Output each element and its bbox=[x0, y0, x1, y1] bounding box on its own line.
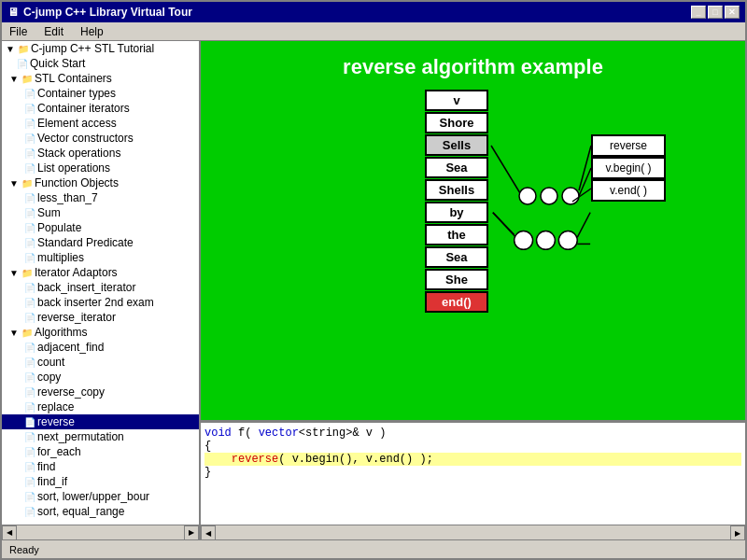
svg-point-10 bbox=[562, 188, 579, 204]
tree-label-multiplies: multiplies bbox=[37, 251, 84, 264]
menu-file[interactable]: File bbox=[6, 24, 31, 38]
scroll-left-btn[interactable]: ◀ bbox=[2, 525, 17, 540]
algo-box-vend: v.end( ) bbox=[591, 179, 666, 202]
tree-item-sort-lower-upper[interactable]: 📄 sort, lower/upper_bour bbox=[2, 489, 199, 504]
right-panel: reverse algorithm example bbox=[201, 41, 745, 539]
tree-item-back-inserter-2nd[interactable]: 📄 back inserter 2nd exam bbox=[2, 295, 199, 310]
svg-line-6 bbox=[493, 213, 514, 235]
main-area: ▼ 📁 C-jump C++ STL Tutorial 📄 Quick Star… bbox=[2, 41, 745, 539]
tree-item-back-insert-iterator[interactable]: 📄 back_insert_iterator bbox=[2, 280, 199, 295]
tree-label-next-permutation: next_permutation bbox=[37, 430, 124, 443]
collapse-icon-ia: ▼ bbox=[9, 268, 19, 278]
tree-item-find-if[interactable]: 📄 find_if bbox=[2, 474, 199, 489]
code-line-highlighted: reverse( v.begin(), v.end() ); bbox=[204, 453, 741, 466]
tree-item-reverse-copy[interactable]: 📄 reverse_copy bbox=[2, 385, 199, 399]
tree-item-sort-equal-range[interactable]: 📄 sort, equal_range bbox=[2, 504, 199, 519]
maximize-button[interactable]: □ bbox=[708, 6, 723, 19]
code-line-4: } bbox=[204, 466, 741, 479]
algorithm-title: reverse algorithm example bbox=[343, 55, 603, 79]
tree-item-vector-constructors[interactable]: 📄 Vector constructors bbox=[2, 131, 199, 146]
title-bar: 🖥 C-jump C++ Library Virtual Tour _ □ ✕ bbox=[2, 2, 745, 22]
tree-label-quick-start: Quick Start bbox=[30, 57, 85, 70]
tree-item-iterator-adaptors[interactable]: ▼ 📁 Iterator Adaptors bbox=[2, 265, 199, 280]
tree-item-replace[interactable]: 📄 replace bbox=[2, 399, 199, 414]
tree-item-count[interactable]: 📄 count bbox=[2, 355, 199, 370]
tree-label-copy: copy bbox=[37, 371, 61, 384]
tree-root-label: C-jump C++ STL Tutorial bbox=[31, 42, 154, 55]
word-sea-2: Sea bbox=[425, 246, 488, 268]
tree-label-container-types: Container types bbox=[37, 87, 116, 100]
file-icon-ser: 📄 bbox=[24, 507, 35, 517]
tree-item-container-iterators[interactable]: 📄 Container iterators bbox=[2, 101, 199, 116]
tree-item-copy[interactable]: 📄 copy bbox=[2, 370, 199, 385]
svg-point-2 bbox=[537, 231, 556, 249]
tree-item-reverse-iterator[interactable]: 📄 reverse_iterator bbox=[2, 310, 199, 325]
menu-help[interactable]: Help bbox=[77, 24, 107, 38]
file-icon-ri: 📄 bbox=[24, 313, 35, 323]
tree-item-container-types[interactable]: 📄 Container types bbox=[2, 86, 199, 101]
menu-edit[interactable]: Edit bbox=[40, 24, 67, 38]
file-icon-af: 📄 bbox=[24, 343, 35, 353]
svg-point-9 bbox=[541, 188, 557, 204]
tree-hscroll[interactable]: ◀ ▶ bbox=[2, 525, 199, 539]
file-icon-rev: 📄 bbox=[24, 417, 35, 427]
tree-item-list-operations[interactable]: 📄 List operations bbox=[2, 161, 199, 175]
tree-label-less-than-7: less_than_7 bbox=[37, 191, 98, 204]
tree-item-algorithms[interactable]: ▼ 📁 Algorithms bbox=[2, 325, 199, 340]
tree-root[interactable]: ▼ 📁 C-jump C++ STL Tutorial bbox=[2, 41, 199, 56]
code-area: void f( vector<string>& v ) { reverse( v… bbox=[201, 422, 745, 525]
code-line-2: { bbox=[204, 440, 741, 453]
scroll-code-right-btn[interactable]: ▶ bbox=[730, 525, 745, 539]
word-end: end() bbox=[425, 291, 488, 313]
tree-item-reverse[interactable]: 📄 reverse bbox=[2, 414, 199, 429]
tree-item-next-permutation[interactable]: 📄 next_permutation bbox=[2, 429, 199, 444]
file-icon-fnd: 📄 bbox=[24, 462, 35, 472]
tree-scroll[interactable]: ▼ 📁 C-jump C++ STL Tutorial 📄 Quick Star… bbox=[2, 41, 199, 525]
tree-item-for-each[interactable]: 📄 for_each bbox=[2, 444, 199, 459]
menu-bar: File Edit Help bbox=[2, 22, 745, 41]
tree-item-multiplies[interactable]: 📄 multiplies bbox=[2, 250, 199, 265]
tree-item-less-than-7[interactable]: 📄 less_than_7 bbox=[2, 190, 199, 205]
file-icon-rc: 📄 bbox=[24, 387, 35, 398]
word-shore: Shore bbox=[425, 112, 488, 133]
tree-item-standard-predicate[interactable]: 📄 Standard Predicate bbox=[2, 235, 199, 250]
tree-item-function-objects[interactable]: ▼ 📁 Function Objects bbox=[2, 175, 199, 190]
tree-item-element-access[interactable]: 📄 Element access bbox=[2, 116, 199, 131]
folder-icon-ia: 📁 bbox=[21, 268, 33, 278]
tree-item-populate[interactable]: 📄 Populate bbox=[2, 220, 199, 235]
tree-label-list-operations: List operations bbox=[37, 161, 110, 175]
word-sells: Sells bbox=[425, 134, 488, 156]
word-v: v bbox=[425, 90, 488, 111]
code-line-1: void f( vector<string>& v ) bbox=[204, 427, 741, 440]
svg-line-12 bbox=[579, 168, 591, 196]
tree-item-sum[interactable]: 📄 Sum bbox=[2, 205, 199, 220]
tree-label-reverse: reverse bbox=[37, 415, 75, 428]
tree-item-stack-operations[interactable]: 📄 Stack operations bbox=[2, 146, 199, 161]
minimize-button[interactable]: _ bbox=[691, 6, 706, 19]
tree-label-reverse-copy: reverse_copy bbox=[37, 385, 105, 399]
file-icon-cpy: 📄 bbox=[24, 372, 35, 383]
file-icon-cnt: 📄 bbox=[24, 357, 35, 368]
tree-label-count: count bbox=[37, 356, 64, 369]
tree-label-find: find bbox=[37, 460, 55, 473]
main-window: 🖥 C-jump C++ Library Virtual Tour _ □ ✕ … bbox=[0, 0, 747, 560]
scrollbar-track[interactable] bbox=[216, 525, 730, 539]
tree-item-find[interactable]: 📄 find bbox=[2, 459, 199, 474]
word-shells: Shells bbox=[425, 179, 488, 201]
tree-label-function-objects: Function Objects bbox=[35, 176, 119, 189]
scroll-code-left-btn[interactable]: ◀ bbox=[201, 525, 216, 539]
scroll-right-btn[interactable]: ▶ bbox=[184, 525, 199, 540]
tree-label-algorithms: Algorithms bbox=[35, 326, 88, 339]
svg-line-4 bbox=[577, 213, 590, 238]
tree-item-stl-containers[interactable]: ▼ 📁 STL Containers bbox=[2, 71, 199, 86]
word-she: She bbox=[425, 269, 488, 290]
file-icon-bii: 📄 bbox=[24, 283, 35, 293]
tree-item-adjacent-find[interactable]: 📄 adjacent_find bbox=[2, 340, 199, 355]
tree-item-quick-start[interactable]: 📄 Quick Start bbox=[2, 56, 199, 71]
tree-label-find-if: find_if bbox=[37, 475, 67, 488]
file-icon-sum: 📄 bbox=[24, 208, 35, 218]
tree-label-sum: Sum bbox=[37, 206, 61, 219]
file-icon-rep: 📄 bbox=[24, 402, 35, 413]
svg-line-13 bbox=[572, 189, 591, 202]
close-button[interactable]: ✕ bbox=[725, 6, 740, 19]
